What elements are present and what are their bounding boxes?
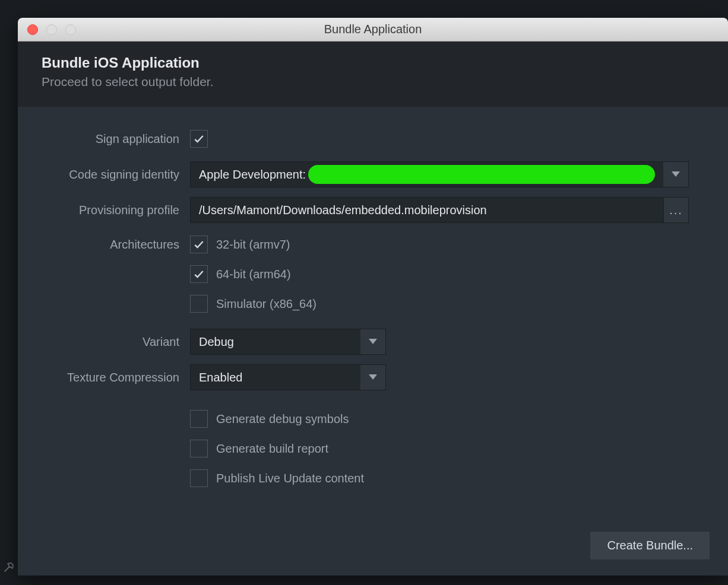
create-bundle-button[interactable]: Create Bundle... [590,531,710,560]
chevron-down-icon [360,329,385,354]
generate-build-report-label: Generate build report [216,442,328,456]
dialog-title: Bundle iOS Application [42,55,704,71]
arch-armv7-label: 32-bit (armv7) [216,238,290,252]
variant-dropdown[interactable]: Debug [190,329,386,355]
variant-label: Variant [36,335,190,349]
svg-marker-2 [369,374,377,380]
provisioning-profile-label: Provisioning profile [36,204,190,217]
texture-compression-value: Enabled [199,371,242,384]
publish-live-update-checkbox[interactable] [190,469,208,487]
texture-compression-label: Texture Compression [36,371,190,384]
browse-provisioning-profile-button[interactable]: ... [664,197,689,223]
generate-debug-symbols-checkbox[interactable] [190,410,208,428]
publish-live-update-label: Publish Live Update content [216,472,364,485]
generate-debug-symbols-label: Generate debug symbols [216,412,349,426]
architectures-label: Architectures [36,238,190,252]
code-signing-identity-dropdown[interactable]: Apple Development: [190,161,689,187]
code-signing-identity-label: Code signing identity [36,168,190,182]
chevron-down-icon [663,162,688,187]
redacted-identity [308,165,655,184]
svg-marker-1 [369,339,377,344]
arch-arm64-checkbox[interactable] [190,265,208,283]
window-minimize-button[interactable] [46,24,57,35]
arch-arm64-label: 64-bit (arm64) [216,268,291,281]
form-area: Sign application Code signing identity A… [18,107,728,576]
svg-marker-0 [672,171,680,177]
window-close-button[interactable] [27,24,38,35]
texture-compression-dropdown[interactable]: Enabled [190,364,386,390]
generate-build-report-checkbox[interactable] [190,440,208,457]
sign-application-checkbox[interactable] [190,130,208,148]
window-title: Bundle Application [18,23,728,36]
dialog-header: Bundle iOS Application Proceed to select… [18,42,728,107]
chevron-down-icon [360,365,385,390]
background-tool-icon [0,549,18,585]
arch-armv7-checkbox[interactable] [190,236,208,253]
dialog-subtitle: Proceed to select output folder. [42,75,704,89]
code-signing-identity-value: Apple Development: [199,168,306,182]
window-zoom-button[interactable] [65,24,76,35]
sign-application-label: Sign application [36,132,190,146]
provisioning-profile-value: /Users/Mamont/Downloads/embedded.mobilep… [199,204,487,217]
title-bar: Bundle Application [18,18,728,42]
arch-simulator-checkbox[interactable] [190,295,208,313]
bundle-application-window: Bundle Application Bundle iOS Applicatio… [18,18,728,576]
provisioning-profile-input[interactable]: /Users/Mamont/Downloads/embedded.mobilep… [190,197,664,223]
arch-simulator-label: Simulator (x86_64) [216,297,316,311]
variant-value: Debug [199,335,234,349]
